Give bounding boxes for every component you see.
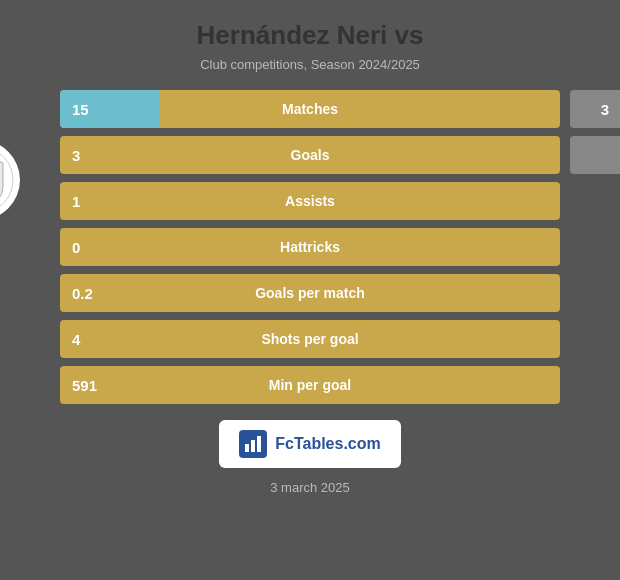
stat-bar: 0Hattricks (60, 228, 560, 266)
stat-value-left: 1 (72, 193, 80, 210)
footer-date: 3 march 2025 (270, 480, 350, 495)
stat-bar: 591Min per goal (60, 366, 560, 404)
team-logo-circle (0, 140, 20, 220)
stat-row: 0.2Goals per match (60, 274, 560, 312)
svg-rect-5 (257, 436, 261, 452)
stat-value-left: 591 (72, 377, 97, 394)
stat-row: 4Shots per goal (60, 320, 560, 358)
stat-row: 0Hattricks (60, 228, 560, 266)
fctables-label: FcTables.com (275, 435, 381, 453)
team-logo-area (0, 140, 20, 220)
stat-row: 3Goals (60, 136, 560, 174)
svg-rect-3 (245, 444, 249, 452)
stat-label: Min per goal (269, 377, 351, 393)
stat-bar: 1Assists (60, 182, 560, 220)
stats-section: 15Matches33Goals1Assists0Hattricks0.2Goa… (60, 90, 560, 404)
page-title: Hernández Neri vs (197, 20, 424, 51)
fctables-icon (239, 430, 267, 458)
stat-value-left: 0.2 (72, 285, 93, 302)
stat-value-left: 15 (72, 101, 89, 118)
stat-bar: 15Matches (60, 90, 560, 128)
stat-label: Hattricks (280, 239, 340, 255)
stats-wrapper: 15Matches33Goals1Assists0Hattricks0.2Goa… (60, 90, 560, 404)
right-badge-value: 3 (601, 101, 609, 118)
stat-label: Matches (282, 101, 338, 117)
right-badge: 3 (570, 90, 620, 128)
stat-bar: 4Shots per goal (60, 320, 560, 358)
fctables-logo-icon (243, 434, 263, 454)
stat-bar: 3Goals (60, 136, 560, 174)
svg-rect-4 (251, 440, 255, 452)
stat-label: Goals (291, 147, 330, 163)
stat-label: Goals per match (255, 285, 365, 301)
stat-bar: 0.2Goals per match (60, 274, 560, 312)
right-badge (570, 136, 620, 174)
stat-value-left: 3 (72, 147, 80, 164)
stat-value-left: 0 (72, 239, 80, 256)
stat-value-left: 4 (72, 331, 80, 348)
stat-row: 15Matches3 (60, 90, 560, 128)
stat-label: Assists (285, 193, 335, 209)
stat-row: 591Min per goal (60, 366, 560, 404)
team-logo-icon (0, 145, 15, 215)
main-container: Hernández Neri vs Club competitions, Sea… (0, 0, 620, 580)
page-subtitle: Club competitions, Season 2024/2025 (200, 57, 420, 72)
fctables-badge: FcTables.com (219, 420, 401, 468)
stat-label: Shots per goal (261, 331, 358, 347)
stat-row: 1Assists (60, 182, 560, 220)
